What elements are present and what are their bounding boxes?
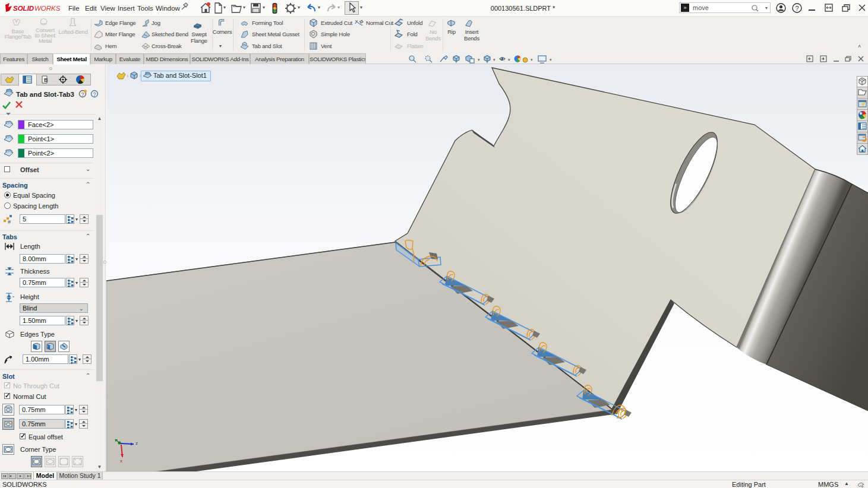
svg-text:SOLID: SOLID xyxy=(13,5,34,12)
svg-text:?: ? xyxy=(81,91,84,97)
svg-text:▾: ▾ xyxy=(478,58,480,62)
svg-text:B: B xyxy=(44,77,48,83)
svg-text:?: ? xyxy=(93,91,96,97)
svg-text:WORKS: WORKS xyxy=(34,5,61,12)
svg-text:?: ? xyxy=(796,5,799,12)
svg-text:#: # xyxy=(8,219,11,224)
svg-text:▾: ▾ xyxy=(493,58,495,62)
svg-text:▾: ▾ xyxy=(550,58,552,62)
svg-text:z: z xyxy=(135,441,138,446)
svg-text:x: x xyxy=(120,458,122,464)
svg-text:▾: ▾ xyxy=(508,58,510,62)
svg-text:▾: ▾ xyxy=(531,58,533,62)
